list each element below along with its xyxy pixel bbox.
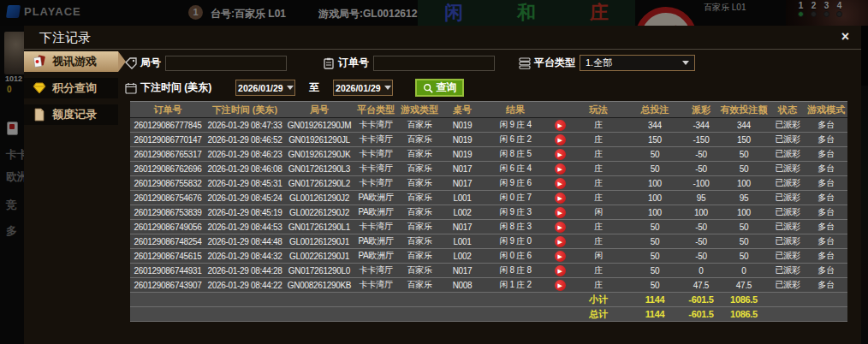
- screen: PLAYACE 1 台号:百家乐 L01 游戏局号:GL001261290J5 …: [0, 0, 868, 344]
- date-to-picker[interactable]: 2026/01/29: [333, 80, 393, 96]
- cell-time: 2026-01-29 08:46:23: [205, 147, 284, 162]
- cell-result: 闲 8 庄 8: [483, 264, 548, 278]
- cell-game: 百家乐: [397, 191, 442, 205]
- cell-bet-on: 庄: [572, 176, 625, 191]
- cell-bet-on: 庄: [572, 264, 625, 278]
- cell-total-bet: 100: [625, 205, 685, 220]
- cell-result: 闲 8 庄 3: [483, 220, 548, 234]
- replay-button[interactable]: ▶: [555, 149, 566, 160]
- replay-button[interactable]: ▶: [555, 193, 566, 204]
- cell-game: 百家乐: [397, 147, 442, 162]
- replay-button[interactable]: ▶: [555, 222, 566, 233]
- cell-platform: 卡卡湾厅: [354, 264, 397, 278]
- cell-status: 已派彩: [770, 118, 805, 133]
- sum-payout: -601.5: [685, 293, 717, 307]
- cell-replay: ▶: [548, 234, 572, 249]
- table-row: 2601290867626962026-01-29 08:46:08GN0172…: [130, 162, 847, 176]
- cell-table: L002: [442, 205, 483, 220]
- cell-order: 260129086754676: [130, 191, 205, 205]
- search-button-label: 查询: [436, 80, 456, 95]
- cell-total-bet: 50: [625, 278, 685, 293]
- cell-total-bet: 50: [625, 147, 685, 162]
- cell-result: 闲 0 庄 7: [483, 191, 548, 205]
- cell-game: 百家乐: [397, 249, 442, 264]
- cell-table: L002: [442, 249, 483, 264]
- table-row: 2601290867490562026-01-29 08:44:53GN0172…: [130, 220, 847, 234]
- cell-replay: ▶: [548, 133, 572, 147]
- cell-table: L001: [442, 234, 483, 249]
- cell-valid-bet: 100: [717, 176, 770, 191]
- header-game: 游戏类型: [397, 102, 442, 118]
- cell-time: 2026-01-29 08:45:24: [205, 191, 284, 205]
- cell-platform: PA欧洲厅: [354, 249, 397, 264]
- filter-row-2: 下注时间 (美东) 2026/01/29 至 2026/01/29 查询: [125, 79, 464, 97]
- cell-bet-on: 庄: [572, 147, 625, 162]
- cell-result: 闲 9 庄 6: [483, 176, 548, 191]
- cell-order: 260129086744931: [130, 264, 205, 278]
- cell-platform: PA欧洲厅: [354, 234, 397, 249]
- cards-icon: [33, 55, 46, 68]
- cell-order: 260129086748254: [130, 234, 205, 249]
- cell-round: GN017261290L2: [284, 176, 354, 191]
- replay-button[interactable]: ▶: [555, 120, 566, 131]
- replay-button[interactable]: ▶: [555, 207, 566, 218]
- replay-button[interactable]: ▶: [555, 163, 566, 175]
- table-row: 2601290867456152026-01-29 08:44:32GL0022…: [130, 249, 847, 264]
- cell-valid-bet: 150: [717, 133, 770, 147]
- cell-time: 2026-01-29 08:45:19: [205, 205, 284, 220]
- cell-valid-bet: 50: [717, 147, 770, 162]
- cell-status: 已派彩: [770, 191, 805, 205]
- round-input[interactable]: [165, 56, 287, 71]
- cell-table: N017: [442, 220, 483, 234]
- cell-time: 2026-01-29 08:44:28: [205, 264, 284, 278]
- cell-result: 闲 8 庄 5: [483, 147, 548, 162]
- sum-label: 小计: [572, 293, 625, 307]
- bet-records-modal: 下注记录 × 视讯游戏 积分查询: [24, 26, 861, 344]
- cell-order: 260129086755832: [130, 176, 205, 191]
- cell-game: 百家乐: [397, 205, 442, 220]
- cell-order: 260129086745615: [130, 249, 205, 264]
- cell-replay: ▶: [548, 147, 572, 162]
- date-from-picker[interactable]: 2026/01/29: [235, 80, 295, 96]
- platform-select[interactable]: 1.全部: [580, 55, 695, 71]
- cell-bet-on: 庄: [572, 220, 625, 234]
- search-button[interactable]: 查询: [415, 79, 464, 97]
- cell-order: 260129086762696: [130, 162, 205, 176]
- sidebar-item-points-query[interactable]: 积分查询: [24, 78, 118, 98]
- sidebar-item-credit-records[interactable]: 额度记录: [24, 104, 118, 125]
- cell-mode: 多台: [805, 133, 847, 147]
- cell-mode: 多台: [805, 234, 847, 249]
- cell-table: N008: [442, 278, 483, 293]
- order-input[interactable]: [373, 56, 495, 71]
- chevron-down-icon: [287, 86, 294, 90]
- close-icon[interactable]: ×: [841, 29, 849, 44]
- sidebar-item-video-games[interactable]: 视讯游戏: [24, 51, 118, 72]
- cell-valid-bet: 47.5: [717, 278, 770, 293]
- replay-button[interactable]: ▶: [555, 280, 566, 291]
- replay-button[interactable]: ▶: [555, 251, 566, 262]
- cell-game: 百家乐: [397, 220, 442, 234]
- cell-replay: ▶: [548, 176, 572, 191]
- clipboard-icon: [323, 57, 335, 69]
- cell-platform: 卡卡湾厅: [354, 118, 397, 133]
- header-mode: 游戏模式: [805, 102, 847, 118]
- platform-filter-label: 平台类型: [534, 56, 575, 70]
- cell-replay: ▶: [548, 264, 572, 278]
- cell-table: N019: [442, 118, 483, 133]
- cell-time: 2026-01-29 08:46:52: [205, 133, 284, 147]
- cell-payout: -50: [685, 234, 717, 249]
- cell-payout: 100: [685, 205, 717, 220]
- replay-button[interactable]: ▶: [555, 265, 566, 276]
- sidebar-item-label: 额度记录: [52, 107, 97, 122]
- replay-button[interactable]: ▶: [555, 134, 566, 145]
- cell-round: GL001261290J2: [284, 191, 354, 205]
- cell-mode: 多台: [805, 220, 847, 234]
- replay-button[interactable]: ▶: [555, 178, 566, 189]
- cell-status: 已派彩: [770, 234, 805, 249]
- cell-game: 百家乐: [397, 118, 442, 133]
- replay-button[interactable]: ▶: [555, 236, 566, 247]
- cell-total-bet: 344: [625, 118, 685, 133]
- cell-result: 闲 0 庄 6: [483, 249, 548, 264]
- table-row: 2601290867482542026-01-29 08:44:48GL0012…: [130, 234, 847, 249]
- cell-result: 闲 1 庄 2: [483, 278, 548, 293]
